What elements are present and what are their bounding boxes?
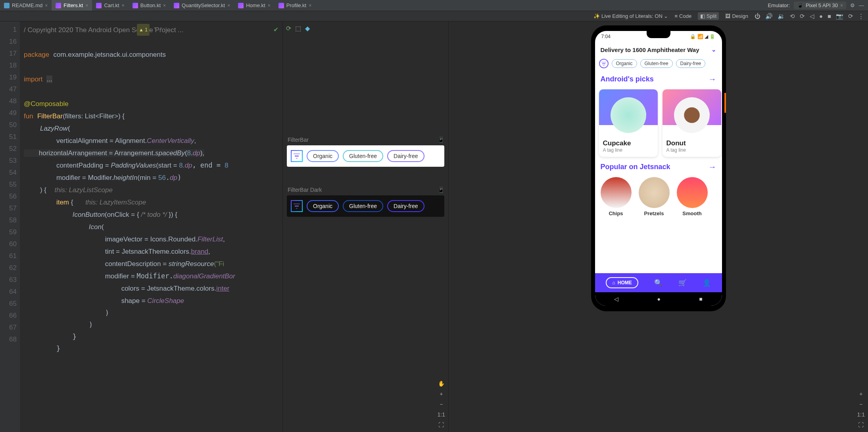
live-edit-status[interactable]: ✨ Live Editing of Literals: ON ⌄	[593, 13, 668, 19]
camera-icon[interactable]: 📷	[836, 13, 843, 20]
zoom-out-icon[interactable]: −	[859, 401, 862, 407]
device-icon[interactable]: 📱	[438, 187, 444, 193]
power-icon[interactable]: ⏻	[755, 13, 760, 20]
emulator-panel: 7:04 🔒 📶 ◢ 🔋 Delivery to 1600 Amphitheat…	[448, 21, 868, 432]
warning-badge[interactable]: ▲ 1	[137, 24, 150, 36]
phone-notch	[647, 31, 670, 38]
device-icon[interactable]: 📱	[438, 137, 444, 143]
kotlin-icon	[238, 3, 244, 8]
pan-icon[interactable]: ✋	[438, 380, 445, 387]
snack-circle[interactable]: Chips	[601, 177, 632, 216]
chevron-down-icon: ⌄	[711, 46, 716, 53]
mode-split[interactable]: ◧Split	[698, 12, 719, 20]
zoom-ratio[interactable]: 1:1	[857, 411, 865, 418]
back-icon[interactable]: ◁	[810, 13, 814, 20]
fit-icon[interactable]: ⛶	[438, 422, 444, 428]
layers-icon[interactable]: ◆	[305, 25, 310, 32]
chip-dairy[interactable]: Dairy-free	[387, 200, 424, 212]
gear-icon[interactable]: ⚙	[850, 2, 855, 8]
zoom-in-icon[interactable]: +	[440, 391, 443, 397]
delivery-header[interactable]: Delivery to 1600 Amphitheater Way⌄	[595, 42, 722, 57]
cards-row[interactable]: CupcakeA tag line DonutA tag line	[595, 86, 722, 160]
arrow-right-icon[interactable]: →	[709, 162, 716, 172]
tab-button[interactable]: Button.kt×	[129, 0, 170, 11]
chevron-down-icon[interactable]: ˅	[160, 24, 162, 36]
zoom-ratio[interactable]: 1:1	[438, 411, 445, 418]
back-icon[interactable]: ◁	[614, 296, 618, 302]
tab-filters[interactable]: Filters.kt×	[52, 0, 92, 11]
device-selector[interactable]: 📱Pixel 5 API 30×	[794, 2, 846, 9]
popular-row[interactable]: Chips Pretzels Smooth	[595, 174, 722, 220]
filter-list-icon[interactable]	[599, 59, 609, 68]
chip-gluten[interactable]: Gluten-free	[343, 200, 383, 212]
filter-list-icon[interactable]	[291, 150, 303, 162]
overview-icon[interactable]: ■	[699, 296, 702, 302]
kotlin-icon	[133, 3, 138, 8]
preview-dark-label: FilterBar Dark	[288, 187, 322, 193]
deploy-icon[interactable]: ⬚	[295, 25, 301, 32]
fit-icon[interactable]: ⛶	[858, 422, 864, 428]
chip-gluten[interactable]: Gluten-free	[343, 150, 383, 162]
bottom-nav: ⌂HOME 🔍 🛒 👤	[595, 273, 722, 292]
volume-up-icon[interactable]: 🔊	[765, 13, 773, 20]
minimize-icon[interactable]: —	[859, 2, 864, 8]
close-icon[interactable]: ×	[268, 3, 271, 8]
chip-dairy[interactable]: Dairy-free	[676, 59, 706, 68]
markdown-icon	[4, 3, 10, 8]
chip-gluten[interactable]: Gluten-free	[640, 59, 673, 68]
home-icon[interactable]: ●	[657, 296, 661, 302]
snack-circle[interactable]: Pretzels	[639, 177, 670, 216]
filter-list-icon[interactable]	[291, 200, 303, 212]
overview-icon[interactable]: ■	[828, 13, 831, 20]
zoom-in-icon[interactable]: +	[859, 391, 862, 397]
close-icon[interactable]: ×	[840, 3, 843, 8]
close-icon[interactable]: ×	[163, 3, 166, 8]
image-icon: 🖼	[725, 13, 730, 19]
chip-dairy[interactable]: Dairy-free	[387, 150, 424, 162]
reload-icon[interactable]: ⟳	[848, 13, 853, 20]
code-content[interactable]: / Copyright 2020 The Android Open Source…	[20, 21, 282, 432]
volume-down-icon[interactable]: 🔉	[778, 13, 785, 20]
home-icon[interactable]: ●	[819, 13, 823, 20]
tab-readme[interactable]: README.md×	[0, 0, 52, 11]
snack-card[interactable]: DonutA tag line	[663, 89, 721, 157]
snack-circle[interactable]: Smooth	[677, 177, 708, 216]
rotate-right-icon[interactable]: ⟳	[800, 13, 805, 20]
code-editor[interactable]: 1161718194748495051525354555657585960616…	[0, 21, 282, 432]
close-icon[interactable]: ×	[122, 3, 125, 8]
mode-design[interactable]: 🖼Design	[723, 12, 750, 20]
phone-screen[interactable]: 7:04 🔒 📶 ◢ 🔋 Delivery to 1600 Amphitheat…	[595, 31, 722, 306]
chevron-up-icon[interactable]: ˄	[154, 24, 156, 36]
section-title: Android's picks	[601, 75, 654, 83]
tab-profile[interactable]: Profile.kt×	[275, 0, 316, 11]
tab-qty[interactable]: QuantitySelector.kt×	[170, 0, 234, 11]
search-icon[interactable]: 🔍	[654, 279, 663, 287]
compose-preview-panel: ⟳ ⬚ ◆ FilterBar📱 Organic Gluten-free Dai…	[282, 21, 448, 432]
system-nav: ◁ ● ■	[595, 292, 722, 306]
chip-organic[interactable]: Organic	[612, 59, 637, 68]
mode-code[interactable]: ≡Code	[672, 12, 694, 20]
arrow-right-icon[interactable]: →	[709, 75, 716, 84]
chip-organic[interactable]: Organic	[307, 200, 339, 212]
refresh-icon[interactable]: ⟳	[286, 25, 291, 32]
profile-icon[interactable]: 👤	[703, 279, 711, 287]
nav-home-button[interactable]: ⌂HOME	[606, 277, 638, 288]
chip-organic[interactable]: Organic	[307, 150, 339, 162]
close-icon[interactable]: ×	[227, 3, 230, 8]
split-icon: ◧	[700, 13, 705, 19]
filterbar-preview-dark: Organic Gluten-free Dairy-free	[287, 195, 444, 217]
close-icon[interactable]: ×	[85, 3, 88, 8]
tab-cart[interactable]: Cart.kt×	[92, 0, 128, 11]
more-icon[interactable]: ⋮	[858, 13, 864, 20]
filter-chips-row[interactable]: Organic Gluten-free Dairy-free	[595, 57, 722, 72]
preview-zoom-tools: ✋ + − 1:1 ⛶	[438, 380, 445, 428]
tab-home[interactable]: Home.kt×	[234, 0, 274, 11]
zoom-out-icon[interactable]: −	[440, 401, 443, 407]
close-icon[interactable]: ×	[309, 3, 311, 8]
inspection-bar[interactable]: ▲ 1˄˅✔	[137, 24, 278, 36]
close-icon[interactable]: ×	[45, 3, 48, 8]
rotate-left-icon[interactable]: ⟲	[790, 13, 795, 20]
snack-card[interactable]: CupcakeA tag line	[599, 89, 658, 157]
cart-icon[interactable]: 🛒	[678, 279, 687, 287]
filterbar-preview-light: Organic Gluten-free Dairy-free	[287, 145, 444, 167]
